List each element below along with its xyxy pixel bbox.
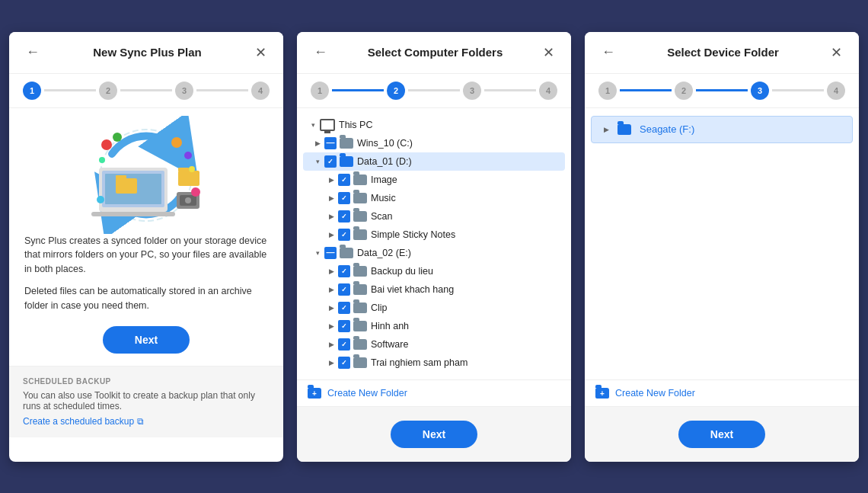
folder-tree-area[interactable]: ▾ This PC ▶ — Wins_10 (C:) ▾ ✓ Data_01 (… — [297, 108, 571, 379]
expand-software[interactable]: ▶ — [324, 338, 338, 351]
folder-icon-sticky — [353, 229, 367, 240]
checkbox-hinh-anh[interactable]: ✓ — [338, 320, 350, 332]
folder-icon-backup — [353, 266, 367, 277]
device-folder-area[interactable]: ▶ Seagate (F:) — [585, 108, 859, 379]
panel2-step-1: 1 — [311, 82, 329, 100]
tree-root[interactable]: ▾ This PC — [303, 116, 565, 134]
panel3-close-button[interactable]: ✕ — [826, 43, 847, 62]
checkbox-trai-nghiem[interactable]: ✓ — [338, 357, 350, 369]
panel2-step-4: 4 — [539, 82, 557, 100]
checkbox-sticky[interactable]: ✓ — [338, 229, 350, 241]
folder-icon-music — [353, 193, 367, 203]
panel3-back-button[interactable]: ← — [597, 43, 620, 62]
tree-item-trai-nghiem[interactable]: ▶ ✓ Trai nghiem sam pham — [303, 354, 565, 372]
folder-icon-hinh-anh — [353, 321, 367, 331]
svg-point-16 — [97, 196, 104, 203]
checkbox-e[interactable]: — — [324, 247, 337, 259]
checkbox-c[interactable]: — — [324, 137, 337, 149]
monitor-icon — [320, 119, 335, 131]
svg-rect-8 — [178, 168, 189, 171]
tree-item-d[interactable]: ▾ ✓ Data_01 (D:) — [303, 152, 565, 171]
panel2-create-folder[interactable]: Create New Folder — [297, 379, 571, 406]
svg-point-11 — [185, 197, 191, 203]
expand-d[interactable]: ▾ — [311, 155, 324, 168]
root-label: This PC — [339, 120, 372, 130]
step-line-1 — [44, 89, 96, 91]
tree-item-e[interactable]: ▾ — Data_02 (E:) — [303, 244, 565, 262]
checkbox-image[interactable]: ✓ — [338, 174, 350, 186]
tree-item-c[interactable]: ▶ — Wins_10 (C:) — [303, 134, 565, 152]
panel1-back-button[interactable]: ← — [21, 43, 44, 62]
create-scheduled-backup-link[interactable]: Create a scheduled backup ⧉ — [23, 416, 144, 427]
expand-bai-viet[interactable]: ▶ — [324, 283, 338, 296]
device-expand-arrow[interactable]: ▶ — [599, 123, 613, 136]
panel3-title: Select Device Folder — [620, 46, 826, 59]
expand-music[interactable]: ▶ — [324, 191, 338, 205]
label-backup: Backup du lieu — [371, 266, 433, 277]
tree-item-music[interactable]: ▶ ✓ Music — [303, 189, 565, 207]
checkbox-music[interactable]: ✓ — [338, 192, 350, 204]
device-folder-icon — [617, 124, 631, 135]
checkbox-bai-viet[interactable]: ✓ — [338, 283, 350, 296]
label-music: Music — [371, 193, 396, 203]
folder-icon-software — [353, 339, 367, 350]
tree-item-software[interactable]: ▶ ✓ Software — [303, 335, 565, 354]
tree-item-scan[interactable]: ▶ ✓ Scan — [303, 207, 565, 226]
panel3-next-button[interactable]: Next — [678, 421, 765, 448]
device-folder-row[interactable]: ▶ Seagate (F:) — [591, 116, 853, 143]
label-scan: Scan — [371, 211, 393, 222]
panel3-step-line-2 — [696, 89, 748, 91]
panel1-close-button[interactable]: ✕ — [251, 43, 271, 62]
checkbox-scan[interactable]: ✓ — [338, 210, 350, 222]
panel2-step-line-1 — [332, 89, 384, 91]
panel1-description: Sync Plus creates a synced folder on you… — [24, 234, 268, 321]
tree-item-bai-viet[interactable]: ▶ ✓ Bai viet khach hang — [303, 280, 565, 299]
folder-tree-scroll: ▾ This PC ▶ — Wins_10 (C:) ▾ ✓ Data_01 (… — [297, 108, 571, 379]
tree-item-clip[interactable]: ▶ ✓ Clip — [303, 299, 565, 317]
tree-item-hinh-anh[interactable]: ▶ ✓ Hinh anh — [303, 317, 565, 335]
tree-item-backup[interactable]: ▶ ✓ Backup du lieu — [303, 262, 565, 280]
expand-root[interactable]: ▾ — [306, 118, 320, 132]
label-image: Image — [371, 174, 397, 185]
panel2-next-button[interactable]: Next — [391, 421, 477, 448]
label-clip: Clip — [371, 303, 388, 313]
checkbox-d[interactable]: ✓ — [324, 155, 337, 168]
tree-item-image[interactable]: ▶ ✓ Image — [303, 171, 565, 189]
panel3-create-folder[interactable]: Create New Folder — [585, 379, 859, 406]
svg-point-18 — [99, 157, 105, 163]
panel1-next-button[interactable]: Next — [103, 326, 190, 354]
step-2-circle: 2 — [99, 82, 117, 100]
expand-clip[interactable]: ▶ — [324, 301, 338, 315]
expand-c[interactable]: ▶ — [311, 136, 324, 150]
create-folder-label: Create New Folder — [327, 388, 407, 399]
checkbox-clip[interactable]: ✓ — [338, 302, 350, 314]
expand-backup[interactable]: ▶ — [324, 264, 338, 278]
checkbox-backup[interactable]: ✓ — [338, 265, 350, 277]
expand-hinh-anh[interactable]: ▶ — [324, 319, 338, 333]
panel2-back-button[interactable]: ← — [309, 43, 332, 62]
tree-item-sticky[interactable]: ▶ ✓ Simple Sticky Notes — [303, 226, 565, 244]
expand-e[interactable]: ▾ — [311, 246, 324, 260]
panel2-steps: 1 2 3 4 — [297, 74, 571, 108]
expand-trai-nghiem[interactable]: ▶ — [324, 356, 338, 370]
create-folder-icon — [308, 388, 321, 399]
svg-rect-5 — [116, 178, 137, 194]
device-folder-label: Seagate (F:) — [640, 123, 694, 135]
panels-container: ← New Sync Plus Plan ✕ 1 2 3 4 — [0, 17, 868, 477]
panel2-bottom-bar: Next — [297, 406, 571, 462]
expand-sticky[interactable]: ▶ — [324, 228, 338, 242]
panel1-steps: 1 2 3 4 — [9, 74, 283, 108]
panel3-bottom-bar: Next — [585, 406, 859, 462]
label-hinh-anh: Hinh anh — [371, 321, 409, 331]
step-line-3 — [196, 89, 248, 91]
expand-scan[interactable]: ▶ — [324, 210, 338, 223]
expand-image[interactable]: ▶ — [324, 173, 338, 187]
panel3-header: ← Select Device Folder ✕ — [585, 32, 859, 74]
panel3-step-line-1 — [620, 89, 672, 91]
panel2-close-button[interactable]: ✕ — [538, 43, 559, 62]
panel-2: ← Select Computer Folders ✕ 1 2 3 4 ▾ Th… — [297, 32, 571, 462]
svg-point-17 — [191, 187, 200, 197]
panel2-step-3: 3 — [463, 82, 481, 100]
checkbox-software[interactable]: ✓ — [338, 338, 350, 351]
panel-1: ← New Sync Plus Plan ✕ 1 2 3 4 — [9, 32, 283, 462]
